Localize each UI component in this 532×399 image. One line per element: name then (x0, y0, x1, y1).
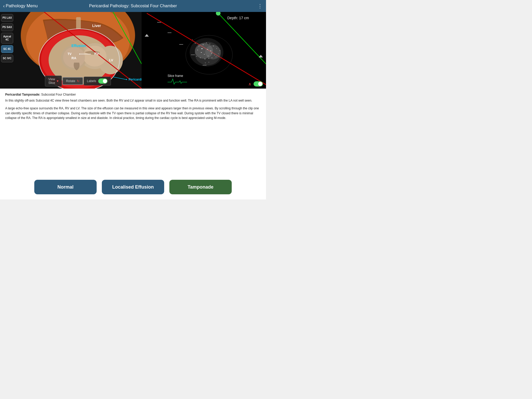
svg-rect-59 (200, 57, 201, 58)
svg-rect-58 (196, 56, 197, 57)
labels-control: Labels (84, 77, 111, 85)
ultrasound-view: Depth: 17 cm Slice frame ∧ (142, 12, 266, 89)
ultrasound-toggle-area: ∧ (248, 81, 263, 87)
sidebar-item-ps-sax[interactable]: PS SAX (1, 23, 13, 31)
svg-rect-44 (195, 43, 196, 44)
heart-icon: ♥ (57, 79, 58, 83)
controls-bar: View Slice ♥ Rotate ↻ Labels (45, 76, 111, 87)
svg-rect-67 (210, 50, 211, 51)
svg-rect-49 (213, 46, 214, 46)
view-slice-button[interactable]: View Slice ♥ (45, 76, 62, 87)
labels-toggle[interactable] (98, 78, 108, 84)
sidebar-item-sc-4c[interactable]: SC 4C (1, 45, 13, 53)
menu-icon[interactable]: ⋮ (257, 3, 263, 9)
rotate-button[interactable]: Rotate ↻ (62, 77, 83, 85)
svg-rect-62 (212, 57, 212, 58)
svg-rect-43 (192, 39, 193, 40)
rotate-label: Rotate (66, 79, 75, 83)
svg-rect-50 (216, 48, 217, 49)
svg-rect-46 (203, 44, 204, 45)
svg-rect-53 (201, 52, 202, 53)
svg-text:TV: TV (68, 52, 71, 56)
svg-rect-54 (204, 54, 205, 55)
svg-text:RA: RA (71, 56, 76, 60)
chevron-icon: ∧ (248, 82, 251, 87)
description-paragraph1: In this slightly off-axis Subcostal 4C v… (5, 98, 261, 103)
tamponade-button[interactable]: Tamponade (169, 180, 232, 194)
anatomy-view[interactable]: Liver Effusion TV RV RA LV Pericardium V… (14, 12, 142, 89)
svg-rect-55 (208, 56, 208, 56)
svg-rect-64 (218, 54, 219, 54)
svg-point-42 (205, 45, 221, 59)
app-header: ‹ Pathology Menu Pericardial Pathology: … (0, 0, 266, 12)
svg-rect-48 (210, 44, 210, 44)
sidebar-item-apical-4c[interactable]: Apical 4C (1, 33, 13, 44)
svg-rect-45 (199, 46, 199, 46)
svg-rect-63 (216, 57, 216, 57)
content-below: Pericardial Tamponade: Subcostal Four Ch… (0, 89, 266, 200)
svg-point-10 (83, 46, 107, 66)
back-button[interactable]: ‹ Pathology Menu (3, 3, 38, 9)
localised-effusion-button[interactable]: Localised Effusion (102, 180, 164, 194)
svg-text:Liver: Liver (92, 24, 101, 28)
svg-rect-65 (201, 48, 203, 49)
back-chevron-icon: ‹ (3, 3, 5, 9)
svg-text:LV: LV (109, 58, 113, 62)
labels-label: Labels (87, 79, 96, 83)
svg-rect-52 (197, 50, 198, 50)
svg-rect-66 (207, 49, 208, 50)
description-title: Pericardial Tamponade: (5, 93, 40, 96)
description-body1: Pericardial Tamponade: Subcostal Four Ch… (5, 92, 261, 97)
description-subtitle: Subcostal Four Chamber (40, 93, 76, 96)
view-sidebar: PS LAX PS SAX Apical 4C SC 4C SC IVC (0, 12, 14, 89)
description-area: Pericardial Tamponade: Subcostal Four Ch… (0, 89, 266, 176)
svg-rect-51 (220, 50, 220, 51)
svg-point-19 (79, 54, 80, 55)
ultrasound-toggle[interactable] (254, 81, 263, 87)
svg-rect-56 (211, 53, 212, 54)
svg-rect-60 (204, 59, 205, 59)
svg-text:RV: RV (94, 52, 99, 56)
svg-text:Pericardium: Pericardium (129, 78, 142, 81)
svg-text:Depth: 17 cm: Depth: 17 cm (227, 16, 249, 20)
svg-rect-57 (214, 55, 215, 55)
description-paragraph2: A large echo-free space surrounds the RA… (5, 106, 261, 121)
svg-rect-47 (206, 43, 207, 43)
rotate-icon: ↻ (77, 79, 79, 83)
view-slice-label: View Slice (48, 77, 55, 85)
normal-button[interactable]: Normal (34, 180, 97, 194)
svg-rect-61 (208, 58, 209, 59)
svg-text:Effusion: Effusion (71, 44, 86, 48)
bottom-buttons: Normal Localised Effusion Tamponade (0, 176, 266, 200)
sidebar-item-sc-ivc[interactable]: SC IVC (1, 55, 13, 62)
page-title: Pericardial Pathology: Subcostal Four Ch… (89, 4, 177, 8)
svg-rect-69 (209, 62, 209, 63)
svg-rect-68 (205, 63, 206, 63)
svg-text:Slice frame: Slice frame (168, 74, 183, 78)
main-visualization: PS LAX PS SAX Apical 4C SC 4C SC IVC (0, 12, 266, 89)
svg-point-25 (126, 79, 127, 80)
back-label: Pathology Menu (6, 3, 38, 9)
sidebar-item-ps-lax[interactable]: PS LAX (1, 14, 13, 22)
